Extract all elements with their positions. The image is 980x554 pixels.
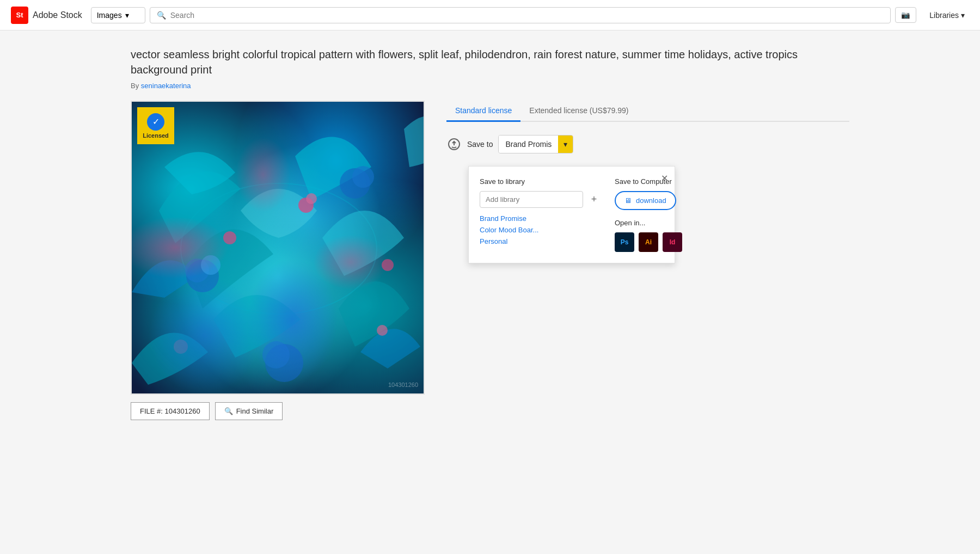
image-section: 104301260 ✓ Licensed FILE #: 104301260 🔍… — [131, 101, 425, 420]
main-content: vector seamless bright colorful tropical… — [109, 30, 871, 436]
library-link-color-mood[interactable]: Color Mood Boar... — [480, 226, 602, 234]
svg-point-9 — [306, 193, 317, 204]
download-label: download — [636, 196, 666, 205]
find-similar-icon: 🔍 — [224, 407, 233, 415]
panel-columns: Save to library + Brand Promise Color Mo… — [480, 177, 664, 252]
camera-icon: 📷 — [901, 11, 910, 19]
svg-point-10 — [223, 231, 236, 244]
content-type-label: Images — [97, 11, 122, 20]
header: St Adobe Stock Images ▾ 🔍 📷 Libraries ▾ — [0, 0, 980, 30]
brand-promise-dropdown-toggle[interactable]: ▾ — [558, 136, 573, 153]
libraries-chevron-icon: ▾ — [961, 11, 965, 20]
svg-point-4 — [265, 344, 303, 382]
photoshop-icon[interactable]: Ps — [615, 232, 634, 252]
save-to-library-label: Save to library — [480, 177, 602, 186]
tab-extended-license[interactable]: Extended license (US$79.99) — [520, 101, 637, 122]
library-link-personal[interactable]: Personal — [480, 237, 602, 245]
libraries-button[interactable]: Libraries ▾ — [925, 8, 969, 23]
license-panel: Standard license Extended license (US$79… — [446, 101, 849, 162]
tropical-svg — [132, 102, 425, 395]
svg-point-11 — [382, 259, 394, 271]
search-input[interactable] — [170, 11, 884, 20]
dropdown-chevron-icon: ▾ — [125, 11, 129, 20]
licensed-check-icon: ✓ — [147, 113, 164, 131]
svg-point-6 — [340, 168, 370, 199]
save-to-computer-column: Save to Computer 🖥 download Open in... P… — [615, 177, 682, 252]
content-row: 104301260 ✓ Licensed FILE #: 104301260 🔍… — [131, 101, 849, 420]
svg-point-3 — [201, 255, 220, 275]
logo-area: St Adobe Stock — [11, 7, 82, 24]
content-type-dropdown[interactable]: Images ▾ — [91, 7, 145, 23]
monitor-icon: 🖥 — [624, 196, 632, 205]
save-dropdown-panel: ✕ Save to library + Brand Promise Color … — [468, 166, 675, 263]
close-panel-button[interactable]: ✕ — [661, 173, 668, 183]
svg-point-0 — [181, 183, 377, 314]
search-icon: 🔍 — [157, 11, 166, 20]
find-similar-button[interactable]: 🔍 Find Similar — [215, 402, 283, 420]
image-title: vector seamless bright colorful tropical… — [131, 47, 849, 77]
find-similar-label: Find Similar — [236, 407, 274, 415]
add-library-input[interactable] — [480, 191, 583, 208]
license-tabs: Standard license Extended license (US$79… — [446, 101, 849, 122]
svg-point-12 — [174, 340, 188, 354]
illustrator-icon[interactable]: Ai — [639, 232, 658, 252]
save-to-label: Save to — [467, 140, 493, 149]
licensed-label: Licensed — [143, 132, 169, 139]
svg-point-8 — [298, 198, 314, 213]
file-label: FILE #: — [140, 407, 163, 415]
app-icons-row: Ps Ai Id — [615, 232, 682, 252]
search-box: 🔍 — [150, 7, 891, 23]
save-to-row: Save to Brand Promis ▾ — [446, 135, 849, 153]
tab-standard-license[interactable]: Standard license — [446, 101, 520, 122]
brand-promise-text: Brand Promis — [499, 136, 558, 153]
file-number-button[interactable]: FILE #: 104301260 — [131, 402, 210, 420]
author-link[interactable]: seninaekaterina — [141, 82, 191, 90]
library-links-list: Brand Promise Color Mood Boar... Persona… — [480, 214, 602, 245]
download-button[interactable]: 🖥 download — [615, 191, 676, 210]
author-line: By seninaekaterina — [131, 82, 849, 90]
save-to-library-column: Save to library + Brand Promise Color Mo… — [480, 177, 602, 252]
chevron-down-icon: ▾ — [564, 140, 567, 149]
watermark-text: 104301260 — [388, 381, 418, 388]
open-in-label: Open in... — [615, 219, 682, 227]
library-link-brand-promise[interactable]: Brand Promise — [480, 214, 602, 223]
libraries-label: Libraries — [929, 11, 959, 20]
adobe-logo-icon: St — [11, 7, 28, 24]
add-library-plus-button[interactable]: + — [586, 192, 602, 207]
tropical-pattern — [132, 102, 424, 393]
main-image: 104301260 ✓ Licensed — [131, 101, 425, 395]
svg-point-1 — [186, 260, 219, 292]
licensed-badge: ✓ Licensed — [137, 107, 174, 144]
svg-point-2 — [185, 258, 209, 282]
indesign-icon[interactable]: Id — [663, 232, 682, 252]
brand-promise-button: Brand Promis ▾ — [498, 135, 573, 153]
file-number: 104301260 — [165, 407, 200, 415]
file-info-row: FILE #: 104301260 🔍 Find Similar — [131, 402, 425, 420]
search-area: Images ▾ 🔍 📷 — [91, 7, 917, 23]
svg-point-5 — [262, 341, 290, 368]
svg-point-7 — [352, 166, 374, 188]
svg-point-13 — [377, 325, 388, 336]
add-library-row: + — [480, 191, 602, 208]
camera-search-button[interactable]: 📷 — [895, 7, 916, 23]
brand-name: Adobe Stock — [33, 10, 82, 20]
upload-icon — [446, 137, 462, 152]
save-to-computer-label: Save to Computer — [615, 177, 682, 186]
